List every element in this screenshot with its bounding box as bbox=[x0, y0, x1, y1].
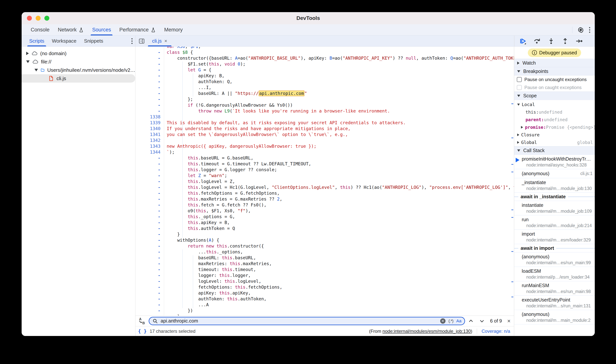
line-number-gutter[interactable]: 1343 bbox=[135, 144, 160, 149]
next-match-button[interactable] bbox=[479, 318, 485, 324]
subtab-workspace[interactable]: Workspace bbox=[48, 36, 80, 46]
current-search-match[interactable]: api.anthropic.com bbox=[259, 91, 304, 96]
previous-match-button[interactable] bbox=[468, 318, 474, 324]
coverage-link[interactable]: Coverage: n/a bbox=[482, 329, 510, 334]
expand-icon[interactable] bbox=[517, 141, 519, 144]
scope-entry[interactable]: this: undefined bbox=[514, 108, 595, 116]
tab-memory[interactable]: Memory bbox=[160, 24, 187, 35]
search-result-scroll-mark[interactable] bbox=[511, 138, 513, 138]
line-number-gutter[interactable]: - bbox=[135, 196, 160, 202]
line-number-gutter[interactable]: 1344 bbox=[135, 150, 160, 155]
scope-entry[interactable]: parent: undefined bbox=[514, 116, 595, 123]
subtab-snippets[interactable]: Snippets bbox=[80, 36, 107, 46]
call-stack-frame[interactable]: (anonymous)node:internal/m…main_module:2 bbox=[514, 310, 595, 325]
line-number-gutter[interactable]: - bbox=[135, 273, 160, 278]
scope-entry[interactable]: Closure bbox=[514, 131, 595, 139]
tree-item-cli-js[interactable]: cli.js bbox=[22, 74, 135, 83]
tab-console[interactable]: Console bbox=[27, 24, 54, 35]
line-number-gutter[interactable]: - bbox=[135, 179, 160, 184]
close-search-icon[interactable]: × bbox=[507, 318, 511, 324]
call-stack-frame[interactable]: _instantiatenode:internal/m…module_job:1… bbox=[514, 178, 595, 193]
line-number-gutter[interactable]: - bbox=[135, 249, 160, 254]
line-number-gutter[interactable]: - bbox=[135, 50, 160, 55]
call-stack-frame[interactable]: instantiatenode:internal/m…module_job:10… bbox=[514, 201, 595, 215]
replace-toggle-icon[interactable]: A B bbox=[137, 317, 146, 325]
call-stack-frame[interactable]: runMainESMnode:internal/m…es/run_main:98 bbox=[514, 281, 595, 296]
expand-icon[interactable] bbox=[521, 126, 523, 129]
subtab-scripts[interactable]: Scripts bbox=[25, 36, 48, 46]
line-number-gutter[interactable]: - bbox=[135, 220, 160, 225]
search-result-scroll-mark[interactable] bbox=[511, 281, 513, 282]
line-number-gutter[interactable]: - bbox=[135, 67, 160, 72]
line-number-gutter[interactable]: - bbox=[135, 308, 160, 313]
step-over-button[interactable] bbox=[533, 37, 541, 45]
scope-entry[interactable]: Local bbox=[514, 101, 595, 108]
search-result-scroll-mark[interactable] bbox=[511, 104, 513, 104]
search-result-scroll-mark[interactable] bbox=[511, 164, 513, 165]
line-number-gutter[interactable]: - bbox=[135, 302, 160, 307]
clear-search-icon[interactable]: ✕ bbox=[440, 318, 446, 324]
tab-cli-js[interactable]: cli.js × bbox=[148, 36, 171, 46]
line-number-gutter[interactable]: - bbox=[135, 91, 160, 96]
line-number-gutter[interactable]: 1339 bbox=[135, 120, 160, 125]
tree-item--no-domain-[interactable]: (no domain) bbox=[22, 49, 135, 58]
call-stack-frame[interactable]: importnode:internal/m…esm/loader:329 bbox=[514, 230, 595, 244]
code-editor[interactable]: var X50, $F1;-class $8 {- constructor({b… bbox=[135, 47, 514, 315]
checkbox[interactable] bbox=[517, 77, 522, 82]
checkbox[interactable] bbox=[517, 85, 522, 90]
scope-entry[interactable]: promise: Promise {<pending>} bbox=[514, 123, 595, 131]
pretty-print-icon[interactable]: { } bbox=[138, 328, 147, 334]
resume-script-button[interactable] bbox=[519, 37, 527, 45]
close-tab-icon[interactable]: × bbox=[164, 38, 167, 44]
line-number-gutter[interactable]: 1340 bbox=[135, 126, 160, 131]
tab-sources[interactable]: Sources bbox=[88, 24, 115, 35]
line-number-gutter[interactable]: - bbox=[135, 232, 160, 237]
source-origin-link[interactable]: node:internal/modules/esm/module_job:130 bbox=[382, 329, 471, 334]
line-number-gutter[interactable]: - bbox=[135, 285, 160, 290]
section-scope[interactable]: Scope bbox=[514, 91, 595, 100]
line-number-gutter[interactable]: - bbox=[135, 279, 160, 284]
line-number-gutter[interactable]: - bbox=[135, 62, 160, 66]
call-stack-frame[interactable]: (anonymous)cli.js:1 bbox=[514, 169, 595, 178]
line-number-gutter[interactable]: - bbox=[135, 296, 160, 301]
call-stack-frame[interactable]: promiseInitHookWithDestroyTr…node:intern… bbox=[514, 155, 595, 169]
step-into-button[interactable] bbox=[547, 37, 555, 45]
search-result-scroll-mark[interactable] bbox=[511, 209, 513, 210]
tab-performance[interactable]: Performance bbox=[115, 24, 160, 35]
toggle-navigator-icon[interactable] bbox=[139, 38, 145, 44]
collapse-icon[interactable] bbox=[517, 104, 520, 106]
call-stack-frame[interactable]: runnode:internal/m…module_job:214 bbox=[514, 215, 595, 230]
line-number-gutter[interactable]: - bbox=[135, 161, 160, 166]
tree-item-users-jinhuilee-nvm-versions-node-v2-[interactable]: Users/jinhuilee/.nvm/versions/node/v2… bbox=[22, 66, 135, 74]
line-number-gutter[interactable]: - bbox=[135, 255, 160, 260]
line-number-gutter[interactable]: - bbox=[135, 56, 160, 61]
line-number-gutter[interactable]: - bbox=[135, 156, 160, 160]
line-number-gutter[interactable]: - bbox=[135, 185, 160, 190]
expand-icon[interactable] bbox=[26, 52, 29, 55]
collapse-icon[interactable] bbox=[26, 60, 29, 63]
call-stack-frame[interactable]: loadESMnode:internal/p…/esm_loader:34 bbox=[514, 267, 595, 281]
section-call-stack[interactable]: Call Stack bbox=[514, 146, 595, 155]
section-watch[interactable]: Watch bbox=[514, 59, 595, 67]
search-result-scroll-mark[interactable] bbox=[511, 297, 513, 297]
line-number-gutter[interactable]: 1342 bbox=[135, 138, 160, 143]
line-number-gutter[interactable]: - bbox=[135, 191, 160, 196]
scope-entry[interactable]: Globalglobal bbox=[514, 139, 595, 146]
step-out-button[interactable] bbox=[561, 37, 569, 45]
line-number-gutter[interactable]: - bbox=[135, 214, 160, 219]
line-number-gutter[interactable]: - bbox=[135, 73, 160, 78]
line-number-gutter[interactable]: - bbox=[135, 108, 160, 113]
line-number-gutter[interactable]: - bbox=[135, 244, 160, 248]
line-number-gutter[interactable]: - bbox=[135, 79, 160, 84]
step-button[interactable] bbox=[575, 37, 583, 45]
call-stack-frame[interactable]: (anonymous)node:internal/m…es/run_main:9… bbox=[514, 252, 595, 267]
line-number-gutter[interactable]: - bbox=[135, 85, 160, 90]
tab-network[interactable]: Network bbox=[54, 24, 88, 35]
call-stack-frame[interactable]: executeUserEntryPointnode:internal/m…s/r… bbox=[514, 296, 595, 310]
search-result-scroll-mark[interactable] bbox=[511, 251, 513, 252]
line-number-gutter[interactable]: - bbox=[135, 238, 160, 243]
line-number-gutter[interactable]: - bbox=[135, 267, 160, 272]
line-number-gutter[interactable]: 1341 bbox=[135, 132, 160, 137]
line-number-gutter[interactable]: - bbox=[135, 290, 160, 295]
line-number-gutter[interactable]: - bbox=[135, 173, 160, 178]
